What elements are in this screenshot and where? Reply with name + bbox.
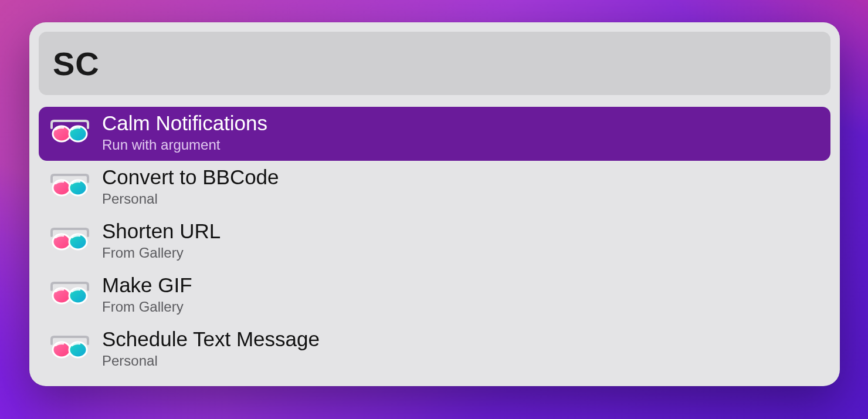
result-item[interactable]: Schedule Text Message Personal bbox=[39, 323, 830, 377]
result-text: Convert to BBCode Personal bbox=[102, 165, 279, 207]
search-field-wrap[interactable] bbox=[39, 32, 830, 95]
result-title: Calm Notifications bbox=[102, 111, 267, 135]
result-subtitle: Personal bbox=[102, 353, 320, 370]
result-text: Calm Notifications Run with argument bbox=[102, 111, 267, 153]
glasses-icon bbox=[49, 224, 90, 257]
result-subtitle: Run with argument bbox=[102, 137, 267, 154]
results-list: Calm Notifications Run with argument bbox=[39, 107, 830, 377]
result-item[interactable]: Convert to BBCode Personal bbox=[39, 161, 830, 215]
result-subtitle: From Gallery bbox=[102, 299, 192, 316]
result-item[interactable]: Calm Notifications Run with argument bbox=[39, 107, 830, 161]
glasses-icon bbox=[49, 170, 90, 203]
glasses-icon bbox=[49, 332, 90, 365]
result-subtitle: Personal bbox=[102, 191, 279, 208]
result-text: Make GIF From Gallery bbox=[102, 273, 192, 315]
result-text: Shorten URL From Gallery bbox=[102, 219, 221, 261]
result-title: Make GIF bbox=[102, 273, 192, 297]
glasses-icon bbox=[49, 278, 90, 311]
result-subtitle: From Gallery bbox=[102, 245, 221, 262]
result-item[interactable]: Make GIF From Gallery bbox=[39, 269, 830, 323]
search-input[interactable] bbox=[53, 45, 816, 83]
result-title: Convert to BBCode bbox=[102, 165, 279, 189]
launcher-panel: Calm Notifications Run with argument bbox=[29, 22, 840, 386]
glasses-icon bbox=[49, 116, 90, 149]
result-title: Shorten URL bbox=[102, 219, 221, 243]
result-text: Schedule Text Message Personal bbox=[102, 327, 320, 369]
result-item[interactable]: Shorten URL From Gallery bbox=[39, 215, 830, 269]
result-title: Schedule Text Message bbox=[102, 327, 320, 351]
